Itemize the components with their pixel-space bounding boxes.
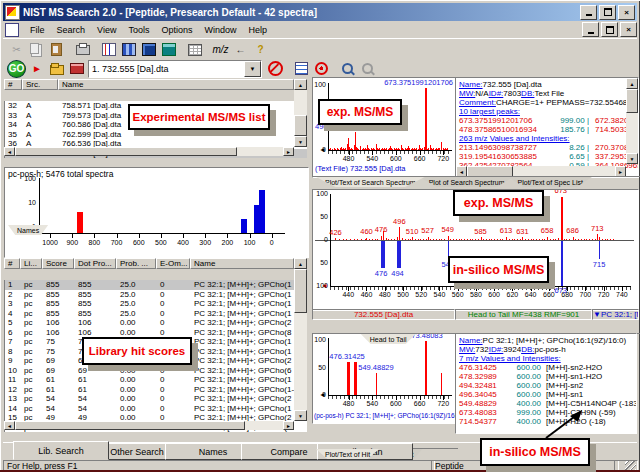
peak [472,239,473,240]
scroll-thumb[interactable] [294,269,307,313]
spec-list-hscrollbar[interactable]: ◄► [4,147,294,156]
combo-dropdown-icon[interactable]: ▼ [244,61,261,77]
hit-list-vscrollbar[interactable]: ▲▼ [294,258,307,421]
scroll-thumb[interactable] [15,421,245,430]
column-header[interactable]: Src. [22,79,58,90]
hit-list-row[interactable]: 1pc85585525.00PC 32:1; [M+H]+; GPCho(1 [5,280,307,290]
column-header[interactable]: Name [190,258,294,269]
spectrum-combo[interactable]: 1. 732.555 [Da].dta ▼ [88,60,262,78]
scroll-right-icon[interactable]: ► [283,147,294,156]
cut-button[interactable]: ✂ [7,41,26,58]
restore-button[interactable] [599,5,616,20]
hit-list-row[interactable]: 10pc69690.000PC 32:1; [M+H]+; GPCho(6 [5,366,307,376]
hit-list-row[interactable]: 14pc54540.000PC 32:1; [M+H]+; GPCho(1 [5,404,307,414]
scroll-thumb[interactable] [626,89,638,113]
menu-tools[interactable]: Tools [122,23,155,37]
hit-list-row[interactable]: 2pc85585525.00PC 32:1; [M+H]+; GPCho(1 [5,290,307,300]
spectrum-plot-button[interactable] [99,41,118,58]
precursor-button[interactable] [312,60,330,77]
hit-list-row[interactable]: 5pc1061060.000PC 32:1; [M+H]+; GPCho(2 [5,318,307,328]
x-tick-label: 1000 [42,239,58,246]
back-button[interactable]: ← [231,41,250,58]
scroll-track[interactable] [294,90,307,136]
info-vscrollbar[interactable]: ▲▼ [626,78,638,164]
scroll-left-icon[interactable]: ◄ [4,147,15,156]
mdi-minimize-button[interactable] [582,22,599,37]
stop-button[interactable] [266,60,284,77]
print-button[interactable] [73,41,92,58]
scroll-thumb[interactable] [15,147,237,156]
scroll-track[interactable] [15,147,283,156]
structure-search-button[interactable] [119,41,138,58]
scroll-down-icon[interactable]: ▼ [294,136,307,147]
hit-list-row[interactable]: 6pc1061060.000PC 32:1; [M+H]+; GPCho(8 [5,328,307,338]
menu-file[interactable]: File [24,23,51,37]
scroll-left-icon[interactable]: ◄ [4,421,15,430]
go-button[interactable]: GO [7,60,26,78]
spec-list-vscrollbar[interactable]: ▲▼ [294,79,307,147]
scroll-down-icon[interactable]: ▼ [294,410,307,421]
scroll-up-icon[interactable]: ▲ [626,78,638,89]
peak [459,239,460,240]
column-header[interactable]: Li... [20,258,42,269]
column-header[interactable]: Score [42,258,74,269]
scroll-right-icon[interactable]: ► [283,421,294,430]
spec-list-button[interactable] [292,60,310,77]
close-button[interactable]: × [618,5,635,20]
scroll-track[interactable] [15,421,283,430]
display-options-button[interactable] [139,41,158,58]
column-header[interactable]: E-Om... [156,258,190,269]
cell: A [23,101,59,110]
column-header[interactable]: Dot Pro... [74,258,116,269]
tab-plot-of-search-spectrum[interactable]: Plot of Search Spectrum [420,177,514,187]
peak [394,239,395,240]
mz-button[interactable]: m/z [211,41,230,58]
scroll-thumb[interactable] [294,115,307,135]
scroll-track[interactable] [626,89,638,153]
copy-button[interactable] [27,41,46,58]
menu-window[interactable]: Window [198,23,242,37]
minimize-button[interactable] [580,5,597,20]
hit-list-row[interactable]: 12pc61610.000PC 32:1; [M+H]+; GPCho(1- [5,385,307,395]
column-header[interactable]: # [4,258,20,269]
scroll-up-icon[interactable]: ▲ [294,258,307,269]
cell: 5 [5,318,21,327]
column-header[interactable]: Prob. ... [116,258,156,269]
menu-search[interactable]: Search [51,23,92,37]
library-button[interactable] [159,41,178,58]
cell: 25.0 [117,280,157,289]
zoom-out-button[interactable] [358,60,376,77]
scroll-down-icon[interactable]: ▼ [626,153,638,164]
spectrum-search-button[interactable]: ► [28,60,46,77]
paste-button[interactable] [47,41,66,58]
mdi-document-icon[interactable] [5,23,19,37]
scroll-track[interactable] [294,269,307,410]
menu-options[interactable]: Options [155,23,198,37]
spec-list-row[interactable]: 35A762.599 [Da].dta [5,130,307,140]
main-tab-lib-search[interactable]: Lib. Search [13,441,109,460]
mdi-close-button[interactable]: × [620,22,637,37]
import-spectra-button[interactable] [68,60,86,77]
help-button[interactable]: ? [251,41,270,58]
hit-list-row[interactable]: 3pc85585525.00PC 32:1; [M+H]+; GPCho(1 [5,299,307,309]
hit-list-row[interactable]: 13pc54540.000PC 32:1; [M+H]+; GPCho(2 [5,394,307,404]
peak [542,239,543,240]
hit-list-row[interactable]: 4pc85585525.00PC 32:1; [M+H]+; GPCho(1 [5,309,307,319]
mdi-restore-button[interactable] [601,22,618,37]
menu-view[interactable]: View [91,23,122,37]
hit-list-hscrollbar[interactable]: ◄► [4,421,294,430]
tab-plot-text-of-search-spectrum[interactable]: Plot/Text of Search Spectrum [316,177,425,187]
peak [415,239,416,240]
cell: 54 [43,404,75,413]
scroll-up-icon[interactable]: ▲ [294,79,307,90]
cut-button-glyph: ✂ [12,44,20,55]
open-file-button[interactable] [48,60,66,77]
menu-help[interactable]: Help [242,23,273,37]
zoom-in-button[interactable] [338,60,356,77]
column-header[interactable]: # [4,79,22,90]
tab-plot-text-of-spec-list[interactable]: Plot/Text of Spec List [509,177,592,187]
table-view-button[interactable] [185,41,204,58]
column-header[interactable]: Name [58,79,294,90]
x-tick [227,234,228,238]
hit-list-row[interactable]: 11pc61610.000PC 32:1; [M+H]+; GPCho(1 [5,375,307,385]
